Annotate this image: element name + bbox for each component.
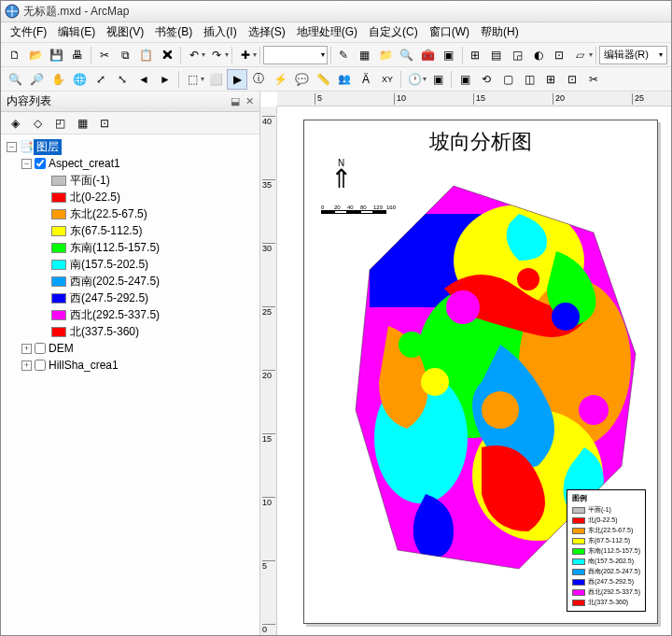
- table-of-contents-panel: 内容列表 ⬓ ✕ ◈ ◇ ◰ ▦ ⊡ −📑 图层−Aspect_creat1平面…: [1, 92, 260, 635]
- legend-swatch: [51, 176, 66, 186]
- legend-swatch: [51, 276, 66, 287]
- select-features-button[interactable]: ⬚: [182, 69, 203, 90]
- menu-item[interactable]: 编辑(E): [52, 22, 101, 42]
- map-layout-view[interactable]: 510152025 4035302520151050 坡向分析图 N ⇑ 020…: [260, 92, 671, 635]
- svg-point-9: [446, 290, 480, 324]
- fixed-zoom-out-button[interactable]: ⤡: [112, 69, 133, 90]
- results-button[interactable]: ▤: [486, 45, 507, 65]
- window-title: 无标题.mxd - ArcMap: [23, 4, 129, 20]
- layout-button[interactable]: ▱: [570, 45, 591, 65]
- svg-point-14: [399, 332, 425, 358]
- symbol-button[interactable]: ◐: [528, 45, 549, 65]
- layer-checkbox[interactable]: [35, 158, 46, 169]
- map-legend[interactable]: 图例平面(-1)北(0-22.5)东北(22.5-67.5)东(67.5-112…: [567, 489, 646, 612]
- redo-button[interactable]: ↷: [206, 45, 227, 65]
- back-button[interactable]: ◄: [133, 69, 154, 90]
- legend-label: 东南(112.5-157.5): [70, 240, 160, 256]
- menu-item[interactable]: 书签(B): [149, 22, 198, 42]
- table-button[interactable]: ▦: [355, 45, 375, 65]
- merge-button[interactable]: ⊞: [540, 69, 561, 90]
- time-button[interactable]: 🕐: [404, 69, 425, 90]
- arctoolbox-button[interactable]: 🧰: [418, 45, 439, 65]
- find-route-button[interactable]: Ä: [356, 69, 376, 90]
- hyperlink-button[interactable]: ⚡: [270, 69, 290, 90]
- select-elements-button[interactable]: ▶: [227, 69, 247, 90]
- menu-item[interactable]: 文件(F): [5, 22, 52, 42]
- print-button[interactable]: 🖶: [68, 45, 89, 65]
- list-by-drawing-button[interactable]: ◈: [5, 113, 25, 134]
- undo-button[interactable]: ↶: [184, 45, 204, 65]
- html-popup-button[interactable]: 💬: [291, 69, 312, 90]
- union-button[interactable]: ⊡: [562, 69, 582, 90]
- clip-button[interactable]: ✂: [583, 69, 604, 90]
- copy-button[interactable]: ⧉: [115, 45, 135, 65]
- editor-toolbar-button[interactable]: ✎: [334, 45, 355, 65]
- zoom-out-button[interactable]: 🔎: [26, 69, 47, 90]
- layers-root[interactable]: 图层: [34, 139, 62, 155]
- viewer-button[interactable]: ▣: [427, 69, 448, 90]
- python-button[interactable]: ▣: [439, 45, 459, 65]
- layout-page[interactable]: 坡向分析图 N ⇑ 0204080120160: [303, 120, 658, 624]
- layer-checkbox[interactable]: [35, 343, 46, 354]
- layer-checkbox[interactable]: [35, 360, 46, 371]
- rotate-button[interactable]: ⟲: [476, 69, 497, 90]
- layer-aspect[interactable]: Aspect_creat1: [49, 157, 120, 170]
- menu-item[interactable]: 帮助(H): [475, 22, 525, 42]
- layer-hillshade[interactable]: HillSha_crea1: [49, 359, 119, 372]
- find-button[interactable]: 👥: [334, 69, 355, 90]
- forward-button[interactable]: ►: [155, 69, 175, 90]
- open-button[interactable]: 📂: [26, 45, 47, 65]
- menu-item[interactable]: 插入(I): [198, 22, 242, 42]
- model-builder-button[interactable]: ⊞: [466, 45, 486, 65]
- measure-button[interactable]: 📏: [313, 69, 333, 90]
- menu-item[interactable]: 选择(S): [243, 22, 291, 42]
- goto-xy-button[interactable]: XY: [377, 69, 398, 90]
- standard-toolbar: 🗋 📂 💾 🖶 ✂ ⧉ 📋 🗙 ↶▾ ↷▾ ✚▾ ▾ ✎ ▦ 📁 🔍 🧰 ▣ ⊞…: [1, 43, 671, 67]
- identify-button[interactable]: ⓘ: [248, 69, 269, 90]
- menu-item[interactable]: 视图(V): [101, 22, 149, 42]
- legend-swatch: [51, 243, 66, 253]
- list-by-visibility-button[interactable]: ◰: [49, 113, 70, 134]
- catalog-button[interactable]: 📁: [376, 45, 397, 65]
- cut-button[interactable]: ✂: [94, 45, 115, 65]
- menu-item[interactable]: 窗口(W): [424, 22, 475, 42]
- clear-selection-button[interactable]: ⬜: [205, 69, 226, 90]
- time-slider-button[interactable]: ◲: [508, 45, 528, 65]
- collapse-icon[interactable]: −: [21, 159, 32, 169]
- expand-icon[interactable]: +: [21, 344, 32, 354]
- pan-button[interactable]: ✋: [48, 69, 68, 90]
- paste-button[interactable]: 📋: [136, 45, 157, 65]
- reshape-button[interactable]: ▢: [497, 69, 518, 90]
- search-button[interactable]: 🔍: [397, 45, 417, 65]
- legend-swatch: [51, 310, 66, 320]
- labels-button[interactable]: ⊡: [550, 45, 570, 65]
- new-doc-button[interactable]: 🗋: [5, 45, 25, 65]
- collapse-icon[interactable]: −: [7, 142, 17, 152]
- toc-close-button[interactable]: ✕: [245, 95, 254, 107]
- map-title[interactable]: 坡向分析图: [304, 128, 657, 156]
- list-by-source-button[interactable]: ◇: [27, 113, 48, 134]
- add-data-button[interactable]: ✚: [235, 45, 256, 65]
- toc-title: 内容列表: [7, 93, 51, 109]
- list-by-selection-button[interactable]: ▦: [72, 113, 92, 134]
- edit-tool-button[interactable]: ▣: [455, 69, 475, 90]
- toc-tree: −📑 图层−Aspect_creat1平面(-1)北(0-22.5)东北(22.…: [1, 134, 259, 635]
- editor-dropdown[interactable]: 编辑器(R)▾: [599, 46, 667, 64]
- options-button[interactable]: ⊡: [94, 113, 115, 134]
- layer-dem[interactable]: DEM: [49, 342, 74, 355]
- legend-swatch: [51, 192, 66, 203]
- full-extent-button[interactable]: 🌐: [69, 69, 90, 90]
- menu-item[interactable]: 地理处理(G): [291, 22, 363, 42]
- zoom-in-button[interactable]: 🔍: [5, 69, 25, 90]
- toc-pin-button[interactable]: ⬓: [231, 95, 240, 107]
- legend-swatch: [51, 293, 66, 304]
- fixed-zoom-in-button[interactable]: ⤢: [91, 69, 111, 90]
- menu-item[interactable]: 自定义(C): [363, 22, 424, 42]
- split-button[interactable]: ◫: [519, 69, 539, 90]
- delete-button[interactable]: 🗙: [157, 45, 177, 65]
- scale-combo[interactable]: ▾: [263, 46, 327, 64]
- legend-label: 东(67.5-112.5): [70, 223, 142, 239]
- save-button[interactable]: 💾: [47, 45, 67, 65]
- legend-swatch: [51, 226, 66, 236]
- expand-icon[interactable]: +: [21, 360, 32, 371]
